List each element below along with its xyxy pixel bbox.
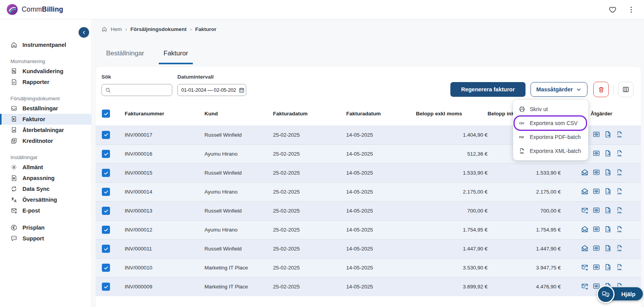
send-invoice-button[interactable]: [581, 225, 589, 234]
view-invoice-button[interactable]: [592, 168, 600, 177]
search-input[interactable]: [114, 87, 169, 93]
breadcrumb-home[interactable]: Hem: [111, 26, 122, 32]
export-xml-button[interactable]: XML: [616, 168, 623, 177]
breadcrumb-item-fakturor[interactable]: Fakturor: [195, 26, 216, 32]
row-checkbox[interactable]: [102, 283, 110, 291]
send-invoice-button[interactable]: [581, 282, 589, 291]
inbox-icon: [10, 105, 17, 112]
svg-text:CSV: CSV: [519, 122, 525, 125]
send-invoice-button[interactable]: [581, 187, 589, 196]
export-xml-button[interactable]: XML: [616, 187, 623, 196]
help-button[interactable]: Hjälp: [597, 285, 644, 305]
invoice-icon: [10, 116, 17, 123]
row-checkbox[interactable]: [102, 188, 110, 196]
credit-note-icon: [10, 137, 17, 144]
export-invoice-button[interactable]: [604, 206, 612, 215]
row-checkbox[interactable]: [102, 207, 110, 215]
sidebar-collapse-button[interactable]: [79, 27, 89, 38]
sidebar-item-prisplan[interactable]: Prisplan: [0, 222, 91, 233]
view-invoice-button[interactable]: [592, 244, 600, 253]
sidebar-item-oversattning[interactable]: Översättning: [0, 194, 91, 205]
send-invoice-button[interactable]: [581, 206, 589, 215]
send-invoice-button[interactable]: [581, 263, 589, 272]
export-xml-button[interactable]: XML: [616, 130, 623, 139]
view-invoice-button[interactable]: [592, 263, 600, 272]
send-invoice-button[interactable]: [581, 244, 589, 253]
sidebar-item-e-post[interactable]: E-post: [0, 205, 91, 216]
export-invoice-button[interactable]: [604, 244, 612, 253]
row-checkbox[interactable]: [102, 245, 110, 253]
row-checkbox[interactable]: [102, 226, 110, 234]
file-export-icon: [604, 244, 612, 252]
app-logo[interactable]: CommBilling: [6, 3, 63, 15]
view-invoice-button[interactable]: [592, 149, 600, 158]
menu-item-exportera-xml-batch[interactable]: XMLExportera XML-batch: [513, 144, 588, 158]
sidebar-item-allmant[interactable]: Allmänt: [0, 162, 91, 173]
amount-incl-vat: 700,00 €: [488, 201, 561, 220]
sidebar-item-bestallningar[interactable]: Beställningar: [0, 103, 91, 114]
export-xml-button[interactable]: XML: [616, 244, 623, 253]
regenerate-invoices-button[interactable]: Regenerera fakturor: [450, 82, 526, 97]
table-row: INV/000014Ayumu Hirano25-02-202514-05-20…: [96, 182, 641, 201]
sync-icon: [10, 185, 17, 192]
export-invoice-button[interactable]: [604, 149, 612, 158]
view-invoice-button[interactable]: [592, 225, 600, 234]
breadcrumb-item-forsaljningsdokument[interactable]: Försäljningsdokument: [131, 26, 187, 32]
row-checkbox[interactable]: [102, 264, 110, 272]
column-header-belopp-exkl-moms[interactable]: Belopp exkl moms: [416, 102, 488, 125]
export-invoice-button[interactable]: [604, 225, 612, 234]
column-header-fakturadatum[interactable]: Fakturadatum: [273, 102, 346, 125]
send-invoice-button[interactable]: [581, 168, 589, 177]
menu-item-exportera-pdf-batch[interactable]: PDFExportera PDF-batch: [513, 130, 588, 144]
date-range-field[interactable]: 01-01-2024 — 02-05-202: [177, 84, 246, 96]
bulk-actions-button[interactable]: Massåtgärder: [531, 82, 587, 97]
invoice-date-2: 14-05-2025: [346, 163, 416, 182]
search-field[interactable]: [101, 84, 172, 96]
sidebar-item-instrumentpanel[interactable]: Instrumentpanel: [0, 39, 91, 50]
sidebar-item-label: Beställningar: [22, 105, 58, 111]
export-xml-button[interactable]: XML: [616, 206, 623, 215]
heart-icon[interactable]: [608, 5, 617, 14]
sidebar-item-label: Kundvalidering: [22, 68, 64, 74]
export-xml-button[interactable]: XML: [616, 225, 623, 234]
sidebar-item-aterbetalningar[interactable]: Återbetalningar: [0, 125, 91, 135]
view-invoice-button[interactable]: [592, 187, 600, 196]
export-invoice-button[interactable]: [604, 263, 612, 272]
sidebar-item-kundvalidering[interactable]: Kundvalidering: [0, 66, 91, 77]
select-all-checkbox[interactable]: [102, 110, 110, 118]
row-checkbox[interactable]: [102, 169, 110, 177]
delete-selected-button[interactable]: [593, 82, 609, 97]
row-checkbox[interactable]: [102, 131, 110, 139]
tab-bestallningar[interactable]: Beställningar: [101, 46, 149, 64]
eye-icon: [592, 187, 600, 195]
column-header-fakturanummer[interactable]: Fakturanummer: [118, 102, 204, 125]
amount-incl-vat: 3.947,75 €: [488, 258, 561, 277]
export-xml-button[interactable]: XML: [616, 263, 623, 272]
mail-open-icon: [581, 187, 589, 195]
column-header-kund[interactable]: Kund: [204, 102, 273, 125]
row-checkbox[interactable]: [102, 150, 110, 158]
eye-icon: [592, 168, 600, 176]
kebab-menu-icon[interactable]: [627, 5, 635, 14]
amount-incl-vat: 1.447,90 €: [488, 239, 561, 258]
sidebar-item-anpassning[interactable]: Anpassning: [0, 173, 91, 184]
check-icon: [103, 265, 109, 271]
sidebar-item-support[interactable]: Support: [0, 233, 91, 244]
export-invoice-button[interactable]: [604, 187, 612, 196]
view-invoice-button[interactable]: [592, 130, 600, 139]
sidebar-item-data-sync[interactable]: Data Sync: [0, 184, 91, 194]
invoice-customer: Russell Winfield: [204, 239, 273, 258]
column-header-fakturadatum-2[interactable]: Fakturadatum: [346, 102, 416, 125]
menu-item-skriv-ut[interactable]: Skriv ut: [513, 102, 588, 116]
column-settings-button[interactable]: [618, 82, 634, 97]
menu-item-exportera-som-csv[interactable]: CSVExportera som CSV: [513, 116, 588, 130]
export-invoice-button[interactable]: [604, 130, 612, 139]
sidebar-item-rapporter[interactable]: Rapporter: [0, 77, 91, 87]
sidebar-item-fakturor[interactable]: Fakturor: [0, 114, 91, 125]
sidebar-item-kreditnotor[interactable]: Kreditnotor: [0, 135, 91, 146]
tab-fakturor[interactable]: Fakturor: [159, 46, 192, 64]
export-xml-button[interactable]: XML: [616, 149, 623, 158]
export-invoice-button[interactable]: [604, 168, 612, 177]
invoice-date: 25-02-2025: [273, 125, 346, 144]
view-invoice-button[interactable]: [592, 206, 600, 215]
